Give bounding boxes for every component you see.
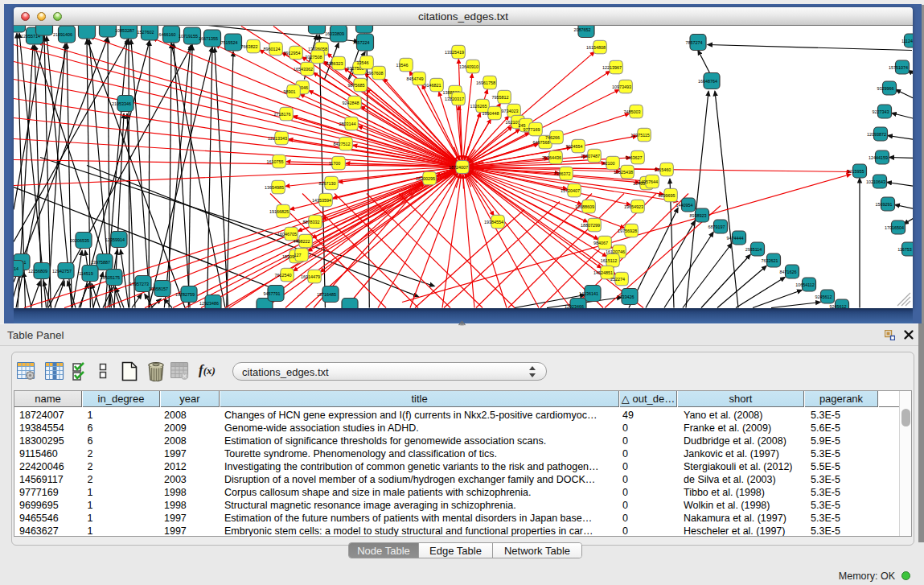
svg-text:12942757: 12942757 xyxy=(52,268,72,273)
svg-text:8427512: 8427512 xyxy=(334,141,351,146)
svg-text:2718176: 2718176 xyxy=(274,111,291,116)
svg-text:6879197: 6879197 xyxy=(708,224,725,229)
svg-text:20364436: 20364436 xyxy=(542,154,561,159)
svg-text:12359914: 12359914 xyxy=(105,237,125,241)
svg-text:13975887: 13975887 xyxy=(91,259,110,264)
svg-text:16648764: 16648764 xyxy=(698,78,717,83)
svg-text:15751074: 15751074 xyxy=(889,64,908,69)
svg-text:1610755: 1610755 xyxy=(267,159,284,163)
svg-text:8454749: 8454749 xyxy=(407,76,424,80)
svg-text:8912954: 8912954 xyxy=(284,50,301,55)
svg-text:1569291: 1569291 xyxy=(876,201,893,206)
svg-text:1990448: 1990448 xyxy=(483,110,499,115)
svg-text:6466160: 6466160 xyxy=(159,31,176,36)
svg-text:2935114: 2935114 xyxy=(745,246,762,251)
svg-text:9457791: 9457791 xyxy=(264,290,281,295)
svg-text:16671355: 16671355 xyxy=(199,35,218,40)
svg-text:19654923: 19654923 xyxy=(624,204,643,208)
svg-text:4498222: 4498222 xyxy=(294,238,310,243)
svg-text:746266: 746266 xyxy=(545,134,560,139)
svg-text:12156809: 12156809 xyxy=(28,268,47,273)
svg-text:19756928: 19756928 xyxy=(618,228,637,233)
svg-text:1527602: 1527602 xyxy=(138,29,154,34)
svg-text:12213967: 12213967 xyxy=(602,64,622,69)
svg-text:9227343: 9227343 xyxy=(873,109,889,113)
svg-text:98901: 98901 xyxy=(284,89,296,93)
svg-text:8471626: 8471626 xyxy=(780,269,797,274)
svg-text:6497568: 6497568 xyxy=(533,139,550,144)
svg-text:3215955: 3215955 xyxy=(848,168,864,173)
svg-text:8938923: 8938923 xyxy=(690,212,707,217)
svg-text:18724007: 18724007 xyxy=(449,164,468,169)
svg-text:12213343: 12213343 xyxy=(268,135,287,140)
svg-text:17957273: 17957273 xyxy=(129,281,149,286)
svg-text:12093872: 12093872 xyxy=(867,131,886,136)
svg-text:16120746: 16120746 xyxy=(606,249,625,253)
svg-text:391914: 391914 xyxy=(14,266,18,270)
svg-text:13220317: 13220317 xyxy=(445,96,464,101)
svg-text:9777169: 9777169 xyxy=(524,126,540,131)
svg-text:10654112: 10654112 xyxy=(795,282,815,286)
svg-text:9242848: 9242848 xyxy=(343,100,359,105)
svg-text:9245612: 9245612 xyxy=(815,294,832,299)
svg-text:10958157: 10958157 xyxy=(149,286,168,290)
svg-text:19384554: 19384554 xyxy=(484,219,503,224)
svg-text:10853287: 10853287 xyxy=(115,27,134,32)
svg-text:7857224: 7857224 xyxy=(353,39,370,44)
svg-text:7386372: 7386372 xyxy=(554,171,571,175)
svg-text:252274: 252274 xyxy=(610,276,625,281)
svg-text:15716485: 15716485 xyxy=(317,291,336,296)
svg-text:16033809: 16033809 xyxy=(325,31,344,35)
svg-text:1733426: 1733426 xyxy=(618,294,634,299)
svg-text:984067: 984067 xyxy=(593,240,608,245)
svg-text:10025438: 10025438 xyxy=(614,169,633,174)
svg-text:16961758: 16961758 xyxy=(476,80,495,84)
svg-text:9329966: 9329966 xyxy=(877,85,894,90)
svg-text:7857274: 7857274 xyxy=(686,39,703,44)
svg-text:16782759: 16782759 xyxy=(175,291,195,296)
svg-text:12505175: 12505175 xyxy=(101,274,120,279)
svg-text:18807299: 18807299 xyxy=(581,222,600,227)
svg-text:8186323: 8186323 xyxy=(326,60,343,65)
svg-text:21053346: 21053346 xyxy=(112,101,131,105)
svg-text:16046705: 16046705 xyxy=(277,231,297,236)
svg-text:15720407: 15720407 xyxy=(561,187,580,192)
svg-text:9474444: 9474444 xyxy=(727,235,744,240)
svg-text:11124: 11124 xyxy=(901,38,913,43)
svg-text:8960124: 8960124 xyxy=(264,46,281,51)
svg-text:14957644: 14957644 xyxy=(639,179,658,183)
svg-text:19166825: 19166825 xyxy=(269,208,289,213)
svg-text:18300295: 18300295 xyxy=(416,175,435,180)
svg-text:8267130: 8267130 xyxy=(319,180,336,185)
svg-text:10688609: 10688609 xyxy=(575,204,594,208)
svg-text:1615112: 1615112 xyxy=(601,257,618,262)
svg-text:9875685: 9875685 xyxy=(348,82,365,87)
svg-text:2087652: 2087652 xyxy=(574,27,591,31)
svg-text:14353594: 14353594 xyxy=(312,197,331,202)
svg-text:10973493: 10973493 xyxy=(612,84,631,89)
svg-text:21691406: 21691406 xyxy=(53,31,72,36)
svg-text:16914479: 16914479 xyxy=(301,274,320,278)
svg-text:6899695: 6899695 xyxy=(659,192,676,197)
svg-text:13546: 13546 xyxy=(396,62,409,67)
svg-text:9146821: 9146821 xyxy=(425,82,441,87)
svg-text:7663822: 7663822 xyxy=(241,43,258,48)
svg-text:3024554: 3024554 xyxy=(566,143,583,148)
svg-text:14136141: 14136141 xyxy=(579,290,598,295)
svg-text:1440954: 1440954 xyxy=(676,202,693,207)
svg-text:127: 127 xyxy=(294,252,302,257)
svg-text:13640910: 13640910 xyxy=(459,64,478,68)
svg-text:62100: 62100 xyxy=(603,160,615,165)
svg-text:11700: 11700 xyxy=(329,160,341,165)
svg-text:17016504: 17016504 xyxy=(885,225,904,229)
svg-text:16543362: 16543362 xyxy=(294,66,313,71)
svg-text:9463627: 9463627 xyxy=(626,154,643,159)
svg-text:9327508: 9327508 xyxy=(306,54,322,59)
svg-text:114519: 114519 xyxy=(79,270,93,275)
svg-text:13325419: 13325419 xyxy=(445,49,464,54)
svg-text:7485003: 7485003 xyxy=(624,109,641,113)
svg-text:9245612: 9245612 xyxy=(830,303,847,308)
svg-text:12923466: 12923466 xyxy=(565,303,584,308)
svg-text:7955812: 7955812 xyxy=(492,94,509,99)
svg-text:1326265: 1326265 xyxy=(470,103,487,108)
